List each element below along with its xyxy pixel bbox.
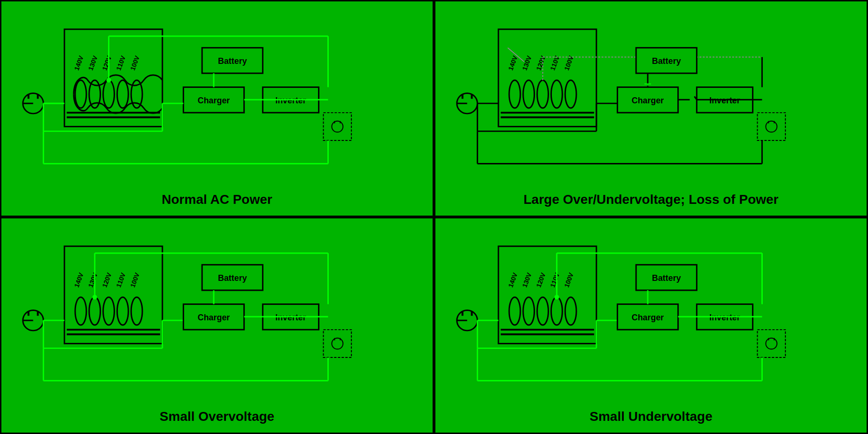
quadrant-large-over-under: 140V 130V 120V 110V 100V Battery Charger… — [434, 0, 868, 217]
svg-text:Battery: Battery — [218, 273, 247, 283]
svg-text:Battery: Battery — [218, 56, 247, 66]
quadrant-normal-title: Normal AC Power — [1, 192, 433, 207]
svg-text:Battery: Battery — [652, 56, 681, 66]
quadrant-small-over-title: Small Overvoltage — [1, 409, 433, 424]
quadrant-small-under: 140V 130V 120V 110V 100V Battery Charger… — [434, 217, 868, 434]
quadrant-small-over: 140V 130V 120V 110V 100V Battery Charger… — [0, 217, 434, 434]
svg-text:Inverter: Inverter — [709, 313, 740, 322]
svg-text:Inverter: Inverter — [275, 96, 306, 105]
svg-text:Charger: Charger — [198, 96, 230, 105]
svg-rect-124 — [324, 330, 352, 357]
svg-text:Inverter: Inverter — [275, 313, 306, 322]
svg-rect-31 — [324, 113, 352, 140]
quadrant-small-under-title: Small Undervoltage — [435, 409, 867, 424]
svg-text:Battery: Battery — [652, 273, 681, 283]
svg-rect-79 — [758, 113, 786, 140]
svg-text:Charger: Charger — [632, 96, 664, 105]
svg-text:Inverter: Inverter — [709, 96, 740, 105]
svg-point-21 — [107, 78, 111, 83]
svg-text:Charger: Charger — [198, 313, 230, 322]
quadrant-large-title: Large Over/Undervoltage; Loss of Power — [435, 192, 867, 207]
svg-text:Charger: Charger — [632, 313, 664, 322]
svg-rect-167 — [758, 330, 786, 357]
quadrant-normal: 140V 130V 120V 110V 100V Battery Charger — [0, 0, 434, 217]
